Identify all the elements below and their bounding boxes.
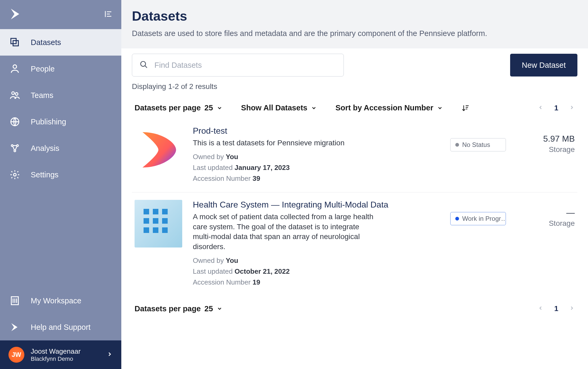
pager-next-icon[interactable] xyxy=(569,104,575,112)
dataset-body: Prod-test This is a test datasets for Pe… xyxy=(193,126,440,183)
dataset-status-col: Work in Progr… xyxy=(450,200,511,286)
svg-line-14 xyxy=(15,146,17,150)
dataset-thumbnail xyxy=(135,200,182,248)
status-badge[interactable]: No Status xyxy=(450,138,506,151)
building-icon xyxy=(10,295,20,306)
svg-line-22 xyxy=(145,66,147,68)
svg-point-6 xyxy=(13,65,16,68)
svg-rect-28 xyxy=(153,209,158,214)
svg-rect-27 xyxy=(144,209,149,214)
chevron-down-icon xyxy=(311,105,317,111)
storage-label: Storage xyxy=(522,145,575,154)
storage-value: 5.97 MB xyxy=(522,134,575,144)
content: New Dataset Displaying 1-2 of 2 results … xyxy=(121,48,588,369)
svg-point-21 xyxy=(141,61,146,66)
sort-dropdown[interactable]: Sort by Accession Number xyxy=(335,104,443,112)
graph-icon xyxy=(10,143,20,154)
dataset-title[interactable]: Health Care System — Integrating Multi-M… xyxy=(193,200,432,210)
sidebar-item-analysis[interactable]: Analysis xyxy=(0,135,121,161)
svg-point-8 xyxy=(15,93,18,95)
svg-rect-34 xyxy=(153,227,158,233)
per-page-dropdown-bottom[interactable]: Datasets per page 25 xyxy=(135,304,222,313)
svg-line-13 xyxy=(13,146,15,150)
dataset-owner: Owned by You xyxy=(193,256,432,265)
chevron-down-icon xyxy=(217,306,222,312)
gear-icon xyxy=(10,169,20,180)
dataset-status-col: No Status xyxy=(450,126,511,183)
svg-rect-31 xyxy=(153,218,158,224)
status-dot-icon xyxy=(455,143,459,147)
dataset-title[interactable]: Prod-test xyxy=(193,126,432,136)
svg-rect-5 xyxy=(13,40,18,46)
svg-point-7 xyxy=(12,92,14,94)
page-title: Datasets xyxy=(132,8,572,24)
chevron-down-icon xyxy=(437,105,443,111)
per-page-value: 25 xyxy=(204,104,213,112)
per-page-value: 25 xyxy=(204,304,213,313)
svg-rect-29 xyxy=(162,209,168,214)
dataset-owner: Owned by You xyxy=(193,153,432,161)
list-controls: Datasets per page 25 Show All Datasets S… xyxy=(132,104,577,112)
sidebar-item-teams[interactable]: Teams xyxy=(0,82,121,109)
sidebar-item-datasets[interactable]: Datasets xyxy=(0,29,121,56)
per-page-dropdown[interactable]: Datasets per page 25 xyxy=(135,104,222,112)
chevron-right-icon xyxy=(106,351,113,358)
user-name: Joost Wagenaar xyxy=(31,347,81,356)
new-dataset-button[interactable]: New Dataset xyxy=(510,54,577,76)
storage-label: Storage xyxy=(522,219,575,228)
per-page-label: Datasets per page xyxy=(135,304,201,313)
show-filter-label: Show All Datasets xyxy=(241,104,307,112)
user-footer[interactable]: JW Joost Wagenaar Blackfynn Demo xyxy=(0,340,121,369)
sidebar-item-label: People xyxy=(31,65,55,73)
status-text: No Status xyxy=(462,141,490,148)
sidebar-item-label: Datasets xyxy=(31,38,61,47)
status-text: Work in Progr… xyxy=(462,215,506,222)
pager-prev-icon[interactable] xyxy=(538,304,544,313)
svg-rect-35 xyxy=(162,227,168,233)
sidebar-item-publishing[interactable]: Publishing xyxy=(0,109,121,135)
svg-rect-32 xyxy=(162,218,168,224)
sort-label: Sort by Accession Number xyxy=(335,104,433,112)
search-input[interactable] xyxy=(154,61,336,70)
status-badge[interactable]: Work in Progr… xyxy=(450,212,506,225)
show-filter-dropdown[interactable]: Show All Datasets xyxy=(241,104,317,112)
sidebar-item-help[interactable]: Help and Support xyxy=(0,314,121,340)
svg-point-12 xyxy=(14,150,16,152)
svg-rect-33 xyxy=(144,227,149,233)
sidebar-item-label: My Workspace xyxy=(31,296,81,305)
toolbar: New Dataset xyxy=(132,54,577,76)
sidebar-item-workspace[interactable]: My Workspace xyxy=(0,287,121,314)
per-page-label: Datasets per page xyxy=(135,104,201,112)
bottom-controls: Datasets per page 25 1 xyxy=(132,304,577,313)
pager-page[interactable]: 1 xyxy=(554,104,558,112)
globe-icon xyxy=(10,116,20,127)
sort-direction-icon[interactable] xyxy=(461,104,469,112)
dataset-updated: Last updated October 21, 2022 xyxy=(193,267,432,276)
svg-rect-30 xyxy=(144,218,149,224)
search-box[interactable] xyxy=(132,54,344,76)
dataset-thumbnail xyxy=(135,126,182,174)
dataset-row[interactable]: Prod-test This is a test datasets for Pe… xyxy=(132,119,577,192)
sidebar-item-people[interactable]: People xyxy=(0,56,121,82)
sidebar-item-label: Analysis xyxy=(31,144,59,153)
sidebar-header xyxy=(0,0,121,29)
collapse-sidebar-icon[interactable] xyxy=(104,10,113,20)
sidebar-item-settings[interactable]: Settings xyxy=(0,161,121,188)
pager-next-icon[interactable] xyxy=(569,304,575,313)
dataset-body: Health Care System — Integrating Multi-M… xyxy=(193,200,440,286)
user-org: Blackfynn Demo xyxy=(31,356,81,362)
pager-page[interactable]: 1 xyxy=(554,304,558,313)
sidebar-item-label: Settings xyxy=(31,170,59,179)
logo-small-icon xyxy=(10,322,20,332)
pager-prev-icon[interactable] xyxy=(538,104,544,112)
user-text: Joost Wagenaar Blackfynn Demo xyxy=(31,347,81,362)
dataset-row[interactable]: Health Care System — Integrating Multi-M… xyxy=(132,192,577,296)
pager-bottom: 1 xyxy=(538,304,575,313)
sidebar-item-label: Publishing xyxy=(31,118,66,126)
dataset-accession: Accession Number 19 xyxy=(193,278,432,286)
dataset-accession: Accession Number 39 xyxy=(193,174,432,183)
avatar: JW xyxy=(8,347,24,363)
dataset-updated: Last updated January 17, 2023 xyxy=(193,164,432,172)
chevron-down-icon xyxy=(217,105,222,111)
dataset-storage-col: 5.97 MB Storage xyxy=(522,126,575,183)
